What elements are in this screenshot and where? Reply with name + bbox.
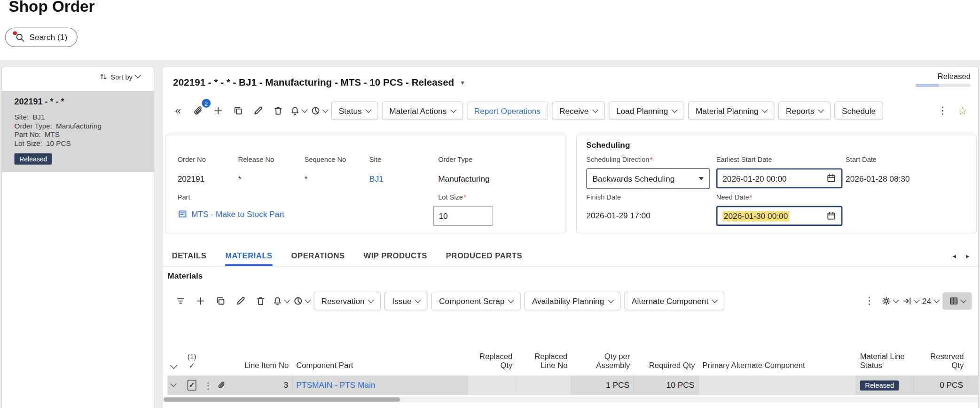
row-expander[interactable] — [167, 376, 184, 395]
table-row[interactable]: ✓ ⋮ 3 PTSMAIN - PTS Main 1 PCS 10 PCS Re… — [167, 376, 978, 395]
pencil-icon — [253, 106, 263, 116]
header-qty-per-assembly[interactable]: Qty per Assembly — [571, 352, 634, 370]
alternate-component-button[interactable]: Alternate Component — [624, 292, 725, 311]
row-notifications-button[interactable] — [273, 292, 290, 310]
search-button[interactable]: Search (1) — [5, 28, 78, 47]
chevron-right-icon[interactable]: ▸ — [966, 252, 969, 260]
order-type-value: Manufacturing — [438, 174, 490, 184]
required-marker: * — [750, 193, 753, 201]
header-line-item-no[interactable]: Line Item No — [233, 361, 293, 371]
header-required-qty[interactable]: Required Qty — [634, 361, 698, 371]
release-no-label: Release No — [238, 156, 274, 163]
reservation-button[interactable]: Reservation — [314, 292, 381, 311]
header-primary-alternate-component[interactable]: Primary Alternate Component — [699, 361, 856, 371]
header-component-part[interactable]: Component Part — [292, 361, 467, 371]
table-more-options-button[interactable]: ⋮ — [861, 292, 878, 310]
material-planning-button[interactable]: Material Planning — [688, 101, 775, 120]
expand-all-control[interactable] — [167, 361, 184, 371]
list-item-selected[interactable]: 202191 - * - * Site:BJ1 Order Type:Manuf… — [2, 91, 154, 172]
calendar-icon[interactable] — [826, 211, 836, 221]
issue-button[interactable]: Issue — [384, 292, 428, 311]
schedule-button[interactable]: Schedule — [834, 101, 883, 120]
part-link[interactable]: MTS - Make to Stock Part — [191, 209, 284, 219]
analysis-button[interactable] — [311, 102, 328, 120]
site-link[interactable]: BJ1 — [369, 174, 384, 184]
tab-materials[interactable]: MATERIALS — [225, 246, 273, 266]
status-progress-bar — [916, 84, 971, 87]
tab-wip-products[interactable]: WIP PRODUCTS — [363, 246, 427, 266]
sort-by-control[interactable]: Sort by — [100, 72, 140, 80]
availability-planning-button[interactable]: Availability Planning — [525, 292, 620, 311]
duplicate-row-button[interactable] — [212, 292, 229, 310]
delete-button[interactable] — [270, 102, 286, 120]
status-button[interactable]: Status — [331, 101, 378, 120]
duplicate-button[interactable] — [230, 102, 246, 120]
collapse-panel-button[interactable]: « — [170, 102, 187, 120]
order-info-card: Order No 202191 Release No * Sequence No… — [165, 135, 566, 233]
filter-button[interactable] — [172, 292, 189, 310]
lot-size-input[interactable]: 10 — [433, 206, 493, 226]
receive-button[interactable]: Receive — [552, 101, 605, 120]
chevron-down-icon — [608, 296, 614, 303]
reports-button[interactable]: Reports — [778, 101, 831, 120]
page-size-selector[interactable]: 24 — [922, 296, 939, 306]
release-no-value: * — [238, 174, 242, 184]
row-checkbox[interactable]: ✓ — [188, 380, 196, 391]
chevron-down-icon — [592, 106, 598, 112]
load-planning-button[interactable]: Load Planning — [609, 101, 684, 120]
selection-count: (1) — [188, 353, 196, 361]
header-reserved-qty[interactable]: Reserved Qty — [914, 352, 967, 370]
edit-row-button[interactable] — [233, 292, 249, 310]
header-replaced-qty[interactable]: Replaced Qty — [468, 352, 517, 370]
favorite-button[interactable]: ☆ — [954, 102, 971, 120]
star-icon: ☆ — [958, 105, 967, 116]
part-no-label: Part No: — [15, 130, 41, 139]
attachments-button[interactable]: 2 — [190, 102, 206, 120]
site-label: Site — [369, 156, 381, 163]
horizontal-scrollbar[interactable] — [163, 397, 978, 402]
cell-replaced-line-no — [516, 376, 571, 395]
row-analysis-button[interactable] — [293, 292, 310, 310]
tab-details[interactable]: DETAILS — [172, 246, 207, 266]
add-button[interactable] — [210, 102, 227, 120]
chevron-down-icon — [818, 106, 824, 112]
calendar-icon[interactable] — [826, 173, 836, 183]
scroll-to-end-button[interactable] — [902, 292, 918, 310]
table-view-button[interactable] — [942, 292, 972, 310]
table-settings-button[interactable] — [881, 292, 898, 310]
tab-scroll-controls: ◂ ▸ — [952, 246, 978, 266]
scheduling-direction-select[interactable]: Backwards Scheduling — [586, 168, 710, 189]
row-attachment-button[interactable] — [214, 376, 233, 395]
tab-produced-parts[interactable]: PRODUCED PARTS — [446, 246, 522, 266]
more-options-button[interactable]: ⋮ — [934, 102, 951, 120]
delete-row-button[interactable] — [252, 292, 269, 310]
command-toolbar: « 2 Status Material Actions Report Opera… — [170, 101, 971, 121]
material-actions-button[interactable]: Material Actions — [382, 101, 463, 120]
edit-button[interactable] — [250, 102, 267, 120]
add-row-button[interactable] — [193, 292, 209, 310]
header-material-line-status[interactable]: Material Line Status — [856, 352, 914, 370]
heading-caret-icon[interactable]: ▼ — [460, 80, 465, 86]
plus-icon — [213, 106, 223, 116]
cell-primary-alternate-component — [699, 376, 856, 395]
chevron-down-icon — [508, 296, 514, 303]
selection-header[interactable]: (1)✓ — [184, 353, 200, 370]
report-operations-button[interactable]: Report Operations — [467, 101, 548, 120]
row-menu-button[interactable]: ⋮ — [200, 376, 214, 395]
earliest-start-date-input[interactable]: 2026-01-20 00:00 — [716, 168, 843, 189]
tab-operations[interactable]: OPERATIONS — [291, 246, 345, 266]
need-date-input[interactable]: 2026-01-30 00:00 — [716, 206, 843, 226]
plus-icon — [196, 296, 205, 306]
duplicate-icon — [233, 106, 243, 116]
component-scrap-button[interactable]: Component Scrap — [431, 292, 521, 311]
header-replaced-line-no[interactable]: Replaced Line No — [516, 352, 571, 370]
scrollbar-thumb[interactable] — [164, 397, 400, 401]
part-label: Part — [178, 193, 190, 201]
start-date-value: 2026-01-28 08:30 — [846, 174, 910, 184]
component-part-link[interactable]: PTSMAIN - PTS Main — [296, 380, 375, 390]
need-date-label: Need Date* — [716, 193, 753, 201]
chevron-left-icon[interactable]: ◂ — [952, 252, 956, 260]
cell-material-line-status: Released — [856, 376, 914, 395]
main-panel: Released 202191 - * - * - BJ1 - Manufact… — [163, 67, 978, 408]
notifications-button[interactable] — [290, 102, 307, 120]
